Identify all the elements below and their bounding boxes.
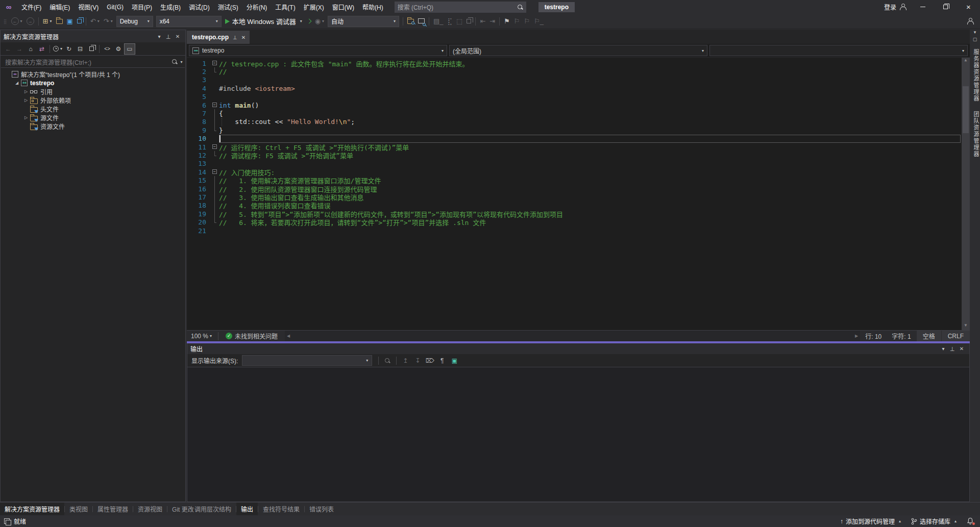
find-in-window-button[interactable] xyxy=(416,16,426,26)
menu-item-文件F[interactable]: 文件(F) xyxy=(17,0,45,14)
tab-错误列表[interactable]: 错误列表 xyxy=(305,503,338,515)
code-line-1[interactable]: 1−// testrepo.cpp : 此文件包含 "main" 函数。程序执行… xyxy=(187,59,962,67)
tab-查找符号结果[interactable]: 查找符号结果 xyxy=(258,503,304,515)
fold-collapse-button[interactable]: − xyxy=(211,168,219,176)
code-line-18[interactable]: 18// 4. 使用错误列表窗口查看错误 xyxy=(187,202,962,210)
chevron-collapsed-icon[interactable]: ▷ xyxy=(22,115,30,120)
tab-资源视图[interactable]: 资源视图 xyxy=(133,503,167,515)
code-line-15[interactable]: 15// 1. 使用解决方案资源管理器窗口添加/管理文件 xyxy=(187,176,962,184)
fold-collapse-button[interactable]: − xyxy=(211,101,219,109)
redo-button[interactable]: ↷▾ xyxy=(102,16,114,26)
code-line-16[interactable]: 16// 2. 使用团队资源管理器窗口连接到源代码管理 xyxy=(187,185,962,193)
fold-collapse-button[interactable]: − xyxy=(211,143,219,151)
properties-button[interactable]: ⚙ xyxy=(113,43,124,55)
start-debugging-button[interactable]: 本地 Windows 调试器 ▾ xyxy=(224,15,304,27)
show-all-files-button[interactable] xyxy=(86,43,97,55)
code-line-4[interactable]: 4#include <iostream> xyxy=(187,84,962,92)
column-indicator[interactable]: 字符: 1 xyxy=(887,332,916,340)
prev-bookmark-button[interactable]: ⚐ xyxy=(512,16,522,26)
output-close-icon[interactable]: ✕ xyxy=(957,346,966,352)
code-line-5[interactable]: 5 xyxy=(187,93,962,101)
menu-item-扩展X[interactable]: 扩展(X) xyxy=(300,0,328,14)
auto-combo[interactable]: 自动▾ xyxy=(328,16,399,27)
fold-minus-icon[interactable]: − xyxy=(212,61,217,65)
pin-icon[interactable]: ⊤ xyxy=(164,33,173,40)
code-line-20[interactable]: 20// 6. 将来，若要再次打开此项目，请转到“文件”>“打开”>“项目”并选… xyxy=(187,218,962,226)
tab-解决方案资源管理器[interactable]: 解决方案资源管理器 xyxy=(0,503,64,515)
close-panel-icon[interactable]: ✕ xyxy=(173,34,182,39)
document-tab[interactable]: testrepo.cpp ⊤ ✕ xyxy=(187,31,250,44)
menu-item-窗口W[interactable]: 窗口(W) xyxy=(328,0,358,14)
forward-button[interactable]: → xyxy=(14,43,25,55)
code-line-11[interactable]: 11−// 运行程序: Ctrl + F5 或调试 >“开始执行(不调试)”菜单 xyxy=(187,143,962,151)
chevron-collapsed-icon[interactable]: ▷ xyxy=(22,89,30,94)
undo-button[interactable]: ↶▾ xyxy=(89,16,101,26)
navigate-forward-button[interactable]: → xyxy=(25,16,36,26)
scroll-down-icon[interactable]: ▼ xyxy=(962,323,970,330)
zoom-dropdown[interactable]: 100 % ▾ xyxy=(187,331,216,341)
menu-item-编辑E[interactable]: 编辑(E) xyxy=(45,0,74,14)
project-dropdown[interactable]: ++ testrepo ▾ xyxy=(189,45,447,56)
tab-调用层次结构[interactable]: 调用层次结构 xyxy=(190,503,236,515)
copy-parallel-button[interactable] xyxy=(465,18,473,24)
select-cursor-button[interactable]: ⣏ xyxy=(446,16,454,26)
search-options-button[interactable]: ▾ xyxy=(169,59,185,65)
pending-changes-filter-button[interactable]: ▾ xyxy=(52,43,63,55)
previous-message-button[interactable]: ↥ xyxy=(400,356,411,366)
scroll-left-icon[interactable]: ◀ xyxy=(287,331,290,341)
attach-process-button[interactable]: ⬚ xyxy=(455,16,464,26)
quick-search-box[interactable]: 搜索 (Ctrl+Q) xyxy=(395,2,526,13)
output-panel-header[interactable]: 输出 ▾ ⊤ ✕ xyxy=(187,343,969,354)
tab-list-chevron-icon[interactable]: ▾ xyxy=(970,30,980,37)
menu-item-测试S[interactable]: 测试(S) xyxy=(214,0,242,14)
home-button[interactable]: ⌂ xyxy=(25,43,36,55)
start-without-debugging-button[interactable] xyxy=(305,18,312,24)
tree-item-资源文件[interactable]: 资源文件 xyxy=(1,122,185,131)
vertical-scrollbar[interactable]: ▲ ▼ xyxy=(962,58,970,330)
code-editor[interactable]: 1−// testrepo.cpp : 此文件包含 "main" 函数。程序执行… xyxy=(187,58,970,330)
window-position-chevron-icon[interactable]: ▾ xyxy=(155,34,164,39)
menu-item-分析N[interactable]: 分析(N) xyxy=(242,0,272,14)
code-line-2[interactable]: 2// xyxy=(187,67,962,76)
code-line-10[interactable]: 10 xyxy=(187,135,962,143)
performance-profiler-button[interactable]: ◉▾ xyxy=(313,16,326,26)
menu-item-帮助H[interactable]: 帮助(H) xyxy=(358,0,387,14)
tree-item-testrepo[interactable]: ◢++testrepo xyxy=(1,79,185,87)
tree-item-引用[interactable]: ▷引用 xyxy=(1,87,185,96)
configuration-combo[interactable]: Debug▾ xyxy=(116,16,153,27)
menu-item-调试D[interactable]: 调试(D) xyxy=(185,0,214,14)
code-line-21[interactable]: 21 xyxy=(187,227,962,235)
sync-with-active-document-button[interactable]: ⇄ xyxy=(36,43,47,55)
menu-item-视图V[interactable]: 视图(V) xyxy=(74,0,103,14)
select-repository-button[interactable]: 选择存储库 ▴ xyxy=(906,515,962,527)
chevron-expanded-icon[interactable]: ◢ xyxy=(13,81,21,85)
background-tasks-icon[interactable] xyxy=(4,518,10,524)
fold-collapse-button[interactable]: − xyxy=(211,59,219,67)
new-project-button[interactable]: ⊞▾ xyxy=(41,16,54,26)
navigate-back-button[interactable]: ←▾ xyxy=(10,16,24,26)
code-line-3[interactable]: 3 xyxy=(187,76,962,84)
code-line-13[interactable]: 13 xyxy=(187,160,962,168)
tree-item-外部依赖项[interactable]: ▷外部依赖项 xyxy=(1,96,185,105)
clear-bookmarks-button[interactable]: ⚐_ xyxy=(532,16,545,26)
tree-item-源文件[interactable]: ▷源文件 xyxy=(1,113,185,122)
autohide-tab-团队资源管理器[interactable]: 团队资源管理器 xyxy=(970,107,980,162)
code-line-17[interactable]: 17// 3. 使用输出窗口查看生成输出和其他消息 xyxy=(187,193,962,201)
find-in-files-button[interactable] xyxy=(406,18,415,25)
clear-all-button[interactable]: ⌦ xyxy=(424,356,435,366)
menu-item-工具T[interactable]: 工具(T) xyxy=(271,0,299,14)
back-button[interactable]: ← xyxy=(3,43,14,55)
solution-explorer-header[interactable]: 解决方案资源管理器 ▾ ⊤ ✕ xyxy=(1,30,185,42)
output-pin-icon[interactable]: ⊤ xyxy=(948,345,957,352)
open-file-button[interactable] xyxy=(55,18,64,25)
tab-输出[interactable]: 输出 xyxy=(236,503,258,515)
show-diagnostics-button[interactable]: ▤_ xyxy=(432,16,445,26)
restore-button[interactable] xyxy=(934,0,957,14)
code-line-12[interactable]: 12// 调试程序: F5 或调试 >“开始调试”菜单 xyxy=(187,151,962,159)
output-window-chevron-icon[interactable]: ▾ xyxy=(939,346,948,352)
fold-minus-icon[interactable]: − xyxy=(212,144,217,149)
minimize-button[interactable] xyxy=(911,0,934,14)
preview-selected-items-button[interactable]: ▭ xyxy=(124,43,135,55)
feedback-button[interactable] xyxy=(965,17,975,26)
menu-item-GitG[interactable]: Git(G) xyxy=(103,0,128,14)
